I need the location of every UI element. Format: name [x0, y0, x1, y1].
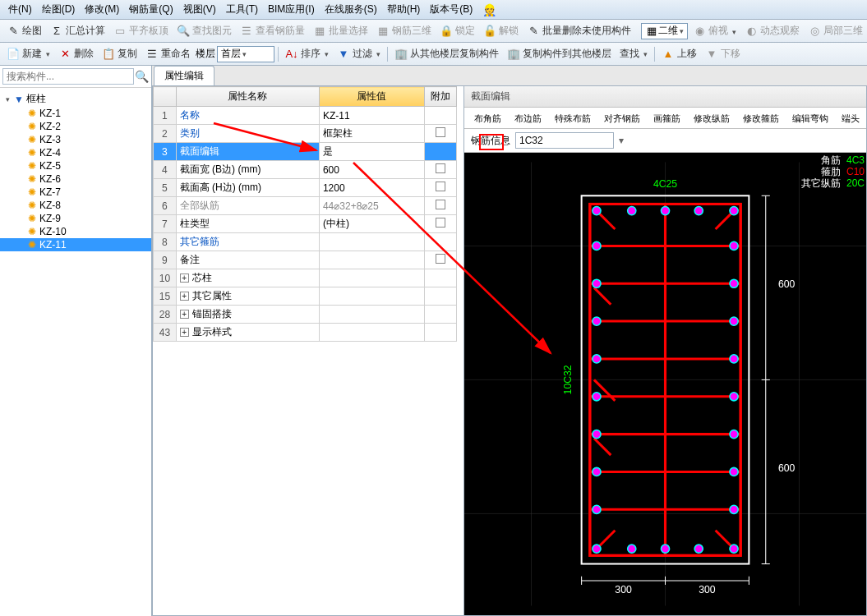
property-row[interactable]: 6全部纵筋44⌀32+8⌀25 — [154, 197, 457, 215]
property-row[interactable]: 3截面编辑是 — [154, 143, 457, 161]
lock-button[interactable]: 🔒锁定 — [436, 22, 478, 39]
expand-icon[interactable]: + — [180, 274, 189, 283]
menu-item[interactable]: 工具(T) — [221, 2, 263, 16]
tree-item[interactable]: ✺KZ-9 — [0, 212, 151, 225]
section-tab[interactable]: 端头 — [835, 109, 866, 128]
eraser-icon: ✎ — [527, 25, 540, 38]
gear-icon: ✺ — [28, 108, 36, 119]
property-row[interactable]: 10+芯柱 — [154, 269, 457, 287]
property-row[interactable]: 1名称KZ-11 — [154, 107, 457, 125]
dropdown-icon[interactable]: ▾ — [619, 135, 624, 146]
section-tab[interactable]: 对齐钢筋 — [597, 109, 647, 128]
section-tab[interactable]: 修改箍筋 — [736, 109, 786, 128]
menu-item[interactable]: 绘图(D) — [37, 2, 81, 16]
search-icon[interactable]: 🔍 — [134, 70, 149, 83]
svg-point-49 — [730, 467, 738, 476]
section-tabs: 布角筋 布边筋 特殊布筋 对齐钢筋 画箍筋 修改纵筋 修改箍筋 编辑弯钩 端头 — [464, 108, 866, 129]
unlock-button[interactable]: 🔓解锁 — [480, 22, 522, 39]
tree-item[interactable]: ✺KZ-5 — [0, 159, 151, 172]
tree-root[interactable]: ▾ ▼ 框柱 — [0, 91, 151, 107]
find-element-button[interactable]: 🔍查找图元 — [173, 22, 235, 39]
batch-delete-button[interactable]: ✎批量删除未使用构件 — [523, 22, 634, 39]
sort-button[interactable]: A↓排序 — [282, 45, 332, 62]
property-row[interactable]: 7柱类型(中柱) — [154, 215, 457, 233]
new-icon: 📄 — [7, 48, 20, 61]
svg-point-42 — [593, 505, 601, 513]
menu-item[interactable]: 修改(M) — [80, 2, 124, 16]
copy-from-floor-button[interactable]: 🏢从其他楼层复制构件 — [391, 45, 502, 62]
menu-item[interactable]: 版本号(B) — [425, 2, 477, 16]
property-row[interactable]: 8其它箍筋 — [154, 233, 457, 251]
section-tab[interactable]: 画箍筋 — [647, 109, 687, 128]
draw-button[interactable]: ✎绘图 — [3, 22, 45, 39]
svg-point-35 — [593, 241, 601, 250]
rebar-info-input[interactable] — [515, 132, 614, 149]
menu-item[interactable]: 帮助(H) — [382, 2, 426, 16]
tree-item[interactable]: ✺KZ-8 — [0, 199, 151, 212]
section-tab[interactable]: 布角筋 — [468, 109, 508, 128]
top-view-button[interactable]: ◉俯视 — [689, 22, 740, 39]
tree-item[interactable]: ✺KZ-6 — [0, 172, 151, 186]
gear-icon: ✺ — [28, 121, 36, 132]
property-row[interactable]: 9备注 — [154, 251, 457, 269]
expand-icon[interactable]: + — [180, 328, 189, 337]
rename-icon: ☰ — [145, 48, 159, 61]
property-row[interactable]: 28+锚固搭接 — [154, 306, 457, 324]
local-3d-button[interactable]: ◎局部三维 — [805, 22, 866, 39]
property-row[interactable]: 4截面宽 (B边) (mm)600 — [154, 161, 457, 179]
property-row[interactable]: 15+其它属性 — [154, 287, 457, 306]
tree-item[interactable]: ✺KZ-1 — [0, 107, 151, 120]
gear-icon: ✺ — [28, 226, 36, 237]
menu-item[interactable]: BIM应用(I) — [263, 2, 320, 16]
property-row[interactable]: 43+显示样式 — [154, 324, 457, 342]
delete-button[interactable]: ✕删除 — [55, 45, 97, 62]
filter-button[interactable]: ▼过滤 — [334, 45, 384, 62]
expand-icon[interactable]: + — [180, 310, 189, 319]
menu-item[interactable]: 钢筋量(Q) — [124, 2, 178, 16]
rename-button[interactable]: ☰重命名 — [142, 45, 194, 62]
property-row[interactable]: 5截面高 (H边) (mm)1200 — [154, 179, 457, 197]
collapse-icon[interactable]: ▾ — [3, 95, 12, 103]
move-down-button[interactable]: ▼下移 — [702, 45, 744, 62]
menu-item[interactable]: 件(N) — [3, 2, 37, 16]
new-button[interactable]: 📄新建 — [3, 45, 53, 62]
menu-item[interactable]: 在线服务(S) — [320, 2, 382, 16]
expand-icon[interactable]: + — [180, 292, 189, 301]
property-grid[interactable]: 属性名称 属性值 附加 1名称KZ-112类别框架柱3截面编辑是4截面宽 (B边… — [153, 86, 457, 615]
orbit-button[interactable]: ◐动态观察 — [741, 22, 803, 39]
move-up-button[interactable]: ▲上移 — [658, 45, 700, 62]
svg-point-28 — [694, 207, 703, 215]
tree-item[interactable]: ✺KZ-10 — [0, 225, 151, 238]
batch-select-button[interactable]: ▦批量选择 — [310, 22, 371, 39]
section-tab[interactable]: 布边筋 — [508, 109, 548, 128]
floor-combo[interactable]: 首层 — [217, 46, 274, 62]
select-icon: ▦ — [313, 25, 326, 38]
section-tab[interactable]: 编辑弯钩 — [786, 109, 835, 128]
section-editor-panel: 截面编辑 布角筋 布边筋 特殊布筋 对齐钢筋 画箍筋 修改纵筋 修改箍筋 编辑弯… — [463, 86, 866, 615]
tree-item[interactable]: ✺KZ-4 — [0, 146, 151, 159]
align-slab-button[interactable]: ▭平齐板顶 — [110, 22, 172, 39]
menu-item[interactable]: 视图(V) — [178, 2, 221, 16]
tree-item[interactable]: ✺KZ-3 — [0, 133, 151, 146]
view-rebar-button[interactable]: ☰查看钢筋量 — [237, 22, 308, 39]
property-row[interactable]: 2类别框架柱 — [154, 125, 457, 143]
rebar-3d-button[interactable]: ▦钢筋三维 — [373, 22, 435, 39]
find-button[interactable]: 查找 — [616, 45, 651, 62]
section-canvas[interactable]: 4C25 600 600 300 300 10C32 角筋 4C3 箍肋 C10… — [464, 153, 866, 615]
tab-property-edit[interactable]: 属性编辑 — [154, 66, 214, 85]
view-mode-combo[interactable]: ▦二维 — [641, 23, 688, 39]
search-input[interactable] — [2, 68, 134, 85]
tree-item[interactable]: ✺KZ-7 — [0, 186, 151, 199]
tree-item[interactable]: ✺KZ-2 — [0, 120, 151, 133]
section-tab[interactable]: 修改纵筋 — [687, 109, 736, 128]
summary-button[interactable]: Σ汇总计算 — [47, 22, 108, 39]
svg-point-44 — [730, 279, 738, 287]
col-header-extra: 附加 — [424, 87, 456, 107]
grid-icon: ▦ — [645, 25, 658, 38]
copy-button[interactable]: 📋复制 — [99, 45, 141, 62]
copy-to-floor-button[interactable]: 🏢复制构件到其他楼层 — [504, 45, 615, 62]
svg-point-25 — [593, 207, 601, 215]
section-tab[interactable]: 特殊布筋 — [548, 109, 597, 128]
component-tree[interactable]: ▾ ▼ 框柱 ✺KZ-1✺KZ-2✺KZ-3✺KZ-4✺KZ-5✺KZ-6✺KZ… — [0, 88, 151, 616]
tree-item[interactable]: ✺KZ-11 — [0, 238, 151, 251]
